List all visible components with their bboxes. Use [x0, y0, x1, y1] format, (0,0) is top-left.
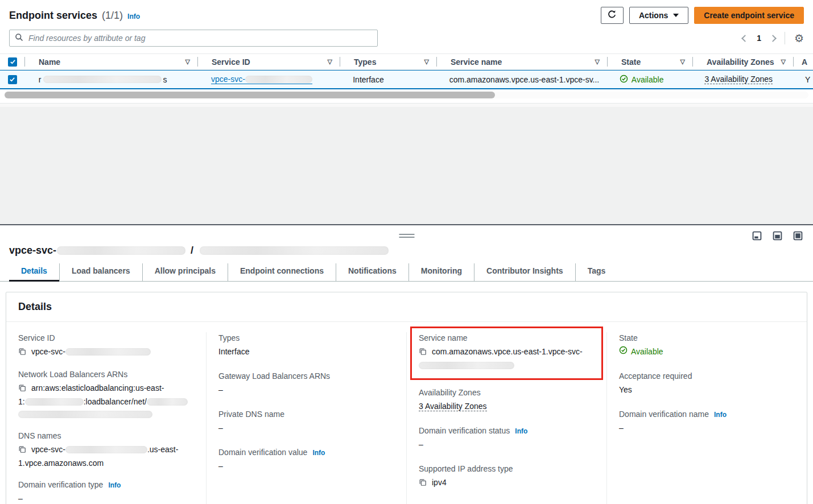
tab-details[interactable]: Details	[9, 263, 59, 281]
row-checkbox[interactable]	[8, 75, 17, 84]
select-all-checkbox[interactable]	[8, 57, 17, 67]
field-dns-names: DNS names vpce-svc-.us-east- 1.vpce.amaz…	[18, 431, 194, 469]
pagination: 1 ⚙	[742, 32, 804, 44]
previous-page-icon[interactable]	[741, 35, 749, 42]
available-check-icon	[619, 345, 628, 358]
panel-title: vpce-svc- /	[0, 225, 813, 263]
field-service-id: Service ID vpce-svc-	[18, 333, 194, 359]
tab-allow-principals[interactable]: Allow principals	[142, 263, 228, 281]
actions-button[interactable]: Actions	[629, 7, 688, 24]
page-count: (1/1)	[102, 10, 123, 22]
panel-size-half-icon[interactable]	[773, 231, 782, 242]
details-column-1: Service ID vpce-svc- Network Load Balanc…	[6, 332, 206, 504]
tab-notifications[interactable]: Notifications	[336, 263, 408, 281]
endpoint-services-header: Endpoint services (1/1) Info Actions Cre…	[0, 0, 813, 28]
copy-icon[interactable]	[18, 346, 26, 359]
info-link[interactable]: Info	[127, 13, 140, 20]
column-header-service-id[interactable]: Service ID ▽	[198, 54, 340, 69]
column-header-acceptance[interactable]: A	[794, 54, 813, 69]
panel-drag-handle-icon[interactable]	[399, 234, 414, 239]
field-domain-verification-name: Domain verification name Info –	[619, 410, 795, 434]
field-glb-arns: Gateway Load Balancers ARNs –	[218, 371, 394, 396]
filter-icon[interactable]: ▽	[680, 58, 685, 65]
info-link[interactable]: Info	[312, 449, 325, 457]
search-box[interactable]	[9, 30, 378, 47]
field-nlb-arns: Network Load Balancers ARNs arn:aws:elas…	[18, 370, 194, 420]
available-check-icon	[620, 75, 628, 85]
details-card-title: Details	[6, 292, 807, 322]
tab-contributor-insights[interactable]: Contributor Insights	[474, 263, 575, 281]
filter-icon[interactable]: ▽	[595, 58, 600, 65]
tab-monitoring[interactable]: Monitoring	[408, 263, 474, 281]
field-domain-verification-status: Domain verification status Info –	[419, 426, 595, 451]
details-column-4: State Available Acceptance	[606, 332, 807, 504]
scrollbar-thumb[interactable]	[5, 92, 495, 98]
horizontal-scrollbar[interactable]	[5, 92, 808, 98]
field-state: State Available	[619, 333, 795, 358]
table-header-row: Name ▽ Service ID ▽ Types ▽ Service name…	[0, 53, 813, 70]
create-endpoint-service-button[interactable]: Create endpoint service	[694, 7, 804, 24]
column-header-state[interactable]: State ▽	[608, 54, 693, 69]
availability-zones-link[interactable]: 3 Availability Zones	[704, 75, 773, 84]
info-link[interactable]: Info	[714, 411, 727, 419]
search-input[interactable]	[27, 33, 372, 43]
row-name: rs	[25, 71, 197, 88]
row-state: Available	[620, 75, 664, 85]
table-toolbar: 1 ⚙	[0, 28, 813, 53]
refresh-icon	[607, 10, 617, 21]
field-domain-verification-type: Domain verification type Info –	[18, 480, 194, 504]
next-page-icon[interactable]	[769, 35, 777, 42]
filter-icon[interactable]: ▽	[185, 58, 190, 65]
field-types: Types Interface	[218, 333, 394, 358]
tab-load-balancers[interactable]: Load balancers	[59, 263, 142, 281]
column-header-types[interactable]: Types ▽	[340, 54, 437, 69]
column-header-service-name[interactable]: Service name ▽	[437, 54, 608, 69]
info-link[interactable]: Info	[515, 427, 527, 435]
field-domain-verification-value: Domain verification value Info –	[218, 448, 394, 472]
field-availability-zones: Availability Zones 3 Availability Zones	[419, 388, 595, 412]
tab-tags[interactable]: Tags	[575, 263, 618, 281]
tab-endpoint-connections[interactable]: Endpoint connections	[228, 263, 336, 281]
copy-icon[interactable]	[419, 346, 427, 359]
split-panel: vpce-svc- / Details Load balancers Allow…	[0, 224, 813, 503]
details-column-3: Service name com.amazonaws.vpce.us-east-…	[406, 332, 606, 504]
panel-size-controls	[752, 231, 803, 242]
copy-icon[interactable]	[18, 383, 26, 395]
empty-area	[0, 104, 813, 224]
caret-down-icon	[673, 14, 679, 17]
column-header-availability-zones[interactable]: Availability Zones ▽	[693, 54, 794, 69]
table-row[interactable]: rs vpce-svc- Interface com.amazonaws.vpc…	[0, 70, 813, 89]
details-column-2: Types Interface Gateway Load Balancers A…	[206, 332, 406, 504]
page-title: Endpoint services	[9, 10, 97, 22]
service-id-link[interactable]: vpce-svc-	[211, 75, 312, 84]
copy-icon[interactable]	[18, 444, 26, 457]
field-service-name: Service name com.amazonaws.vpce.us-east-…	[419, 333, 595, 371]
field-acceptance-required: Acceptance required Yes	[619, 371, 795, 396]
row-acceptance: Y	[791, 71, 813, 88]
filter-icon[interactable]: ▽	[781, 58, 786, 65]
field-supported-ip: Supported IP address type ipv4	[419, 464, 595, 490]
search-icon	[15, 33, 23, 43]
row-service-name: com.amazonaws.vpce.us-east-1.vpce-sv...	[436, 71, 606, 88]
state-value: Available	[619, 345, 663, 358]
availability-zones-link[interactable]: 3 Availability Zones	[419, 402, 487, 411]
row-types: Interface	[339, 71, 436, 88]
divider	[785, 32, 785, 44]
page-number[interactable]: 1	[757, 34, 761, 43]
info-link[interactable]: Info	[108, 481, 121, 489]
panel-size-small-icon[interactable]	[752, 231, 762, 242]
settings-gear-icon[interactable]: ⚙	[794, 33, 804, 44]
service-name-highlight-box: Service name com.amazonaws.vpce.us-east-…	[410, 327, 603, 380]
field-private-dns-name: Private DNS name –	[218, 410, 394, 434]
filter-icon[interactable]: ▽	[328, 58, 332, 65]
details-card: Details Service ID vpce-svc- Network Loa…	[6, 292, 807, 504]
filter-icon[interactable]: ▽	[424, 58, 429, 65]
column-header-name[interactable]: Name ▽	[25, 54, 198, 69]
table-bottom-border	[0, 98, 813, 104]
refresh-button[interactable]	[601, 7, 624, 24]
copy-icon[interactable]	[419, 477, 427, 490]
panel-size-full-icon[interactable]	[793, 231, 803, 242]
panel-tabs: Details Load balancers Allow principals …	[0, 263, 813, 282]
